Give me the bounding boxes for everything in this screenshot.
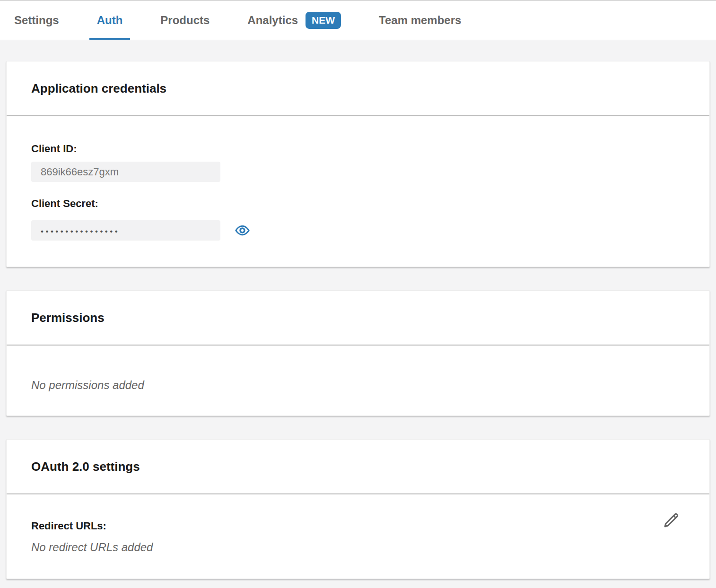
active-tab-underline: [89, 38, 131, 40]
client-secret-row: ••••••••••••••••: [31, 220, 685, 241]
pencil-icon: [661, 510, 681, 530]
application-credentials-card: Application credentials Client ID: 869ik…: [6, 61, 710, 267]
main-content: Application credentials Client ID: 869ik…: [0, 40, 716, 586]
oauth-settings-body: Redirect URLs: No redirect URLs added: [7, 494, 709, 579]
reveal-secret-button[interactable]: [235, 224, 250, 237]
permissions-header: Permissions: [7, 291, 709, 346]
tab-team-members-label: Team members: [379, 14, 461, 27]
eye-icon: [235, 224, 250, 237]
client-id-value[interactable]: 869ik66esz7gxm: [31, 162, 220, 182]
application-credentials-header: Application credentials: [7, 61, 709, 116]
oauth-settings-header: OAuth 2.0 settings: [7, 440, 709, 494]
oauth-settings-card: OAuth 2.0 settings Redirect URLs: No red…: [6, 439, 710, 579]
permissions-card: Permissions No permissions added: [6, 290, 710, 416]
new-badge: NEW: [306, 12, 341, 29]
tab-products[interactable]: Products: [153, 1, 217, 40]
tab-bar: Settings Auth Products Analytics NEW Tea…: [0, 0, 716, 40]
tab-products-label: Products: [160, 14, 210, 27]
oauth-settings-title: OAuth 2.0 settings: [31, 459, 140, 474]
client-id-text: 869ik66esz7gxm: [41, 166, 119, 178]
application-credentials-body: Client ID: 869ik66esz7gxm Client Secret:…: [7, 116, 709, 267]
permissions-body: No permissions added: [7, 346, 709, 415]
redirect-urls-empty-text: No redirect URLs added: [31, 541, 685, 554]
tab-team-members[interactable]: Team members: [371, 1, 469, 40]
tab-settings-label: Settings: [14, 14, 59, 27]
redirect-urls-label: Redirect URLs:: [31, 520, 685, 532]
client-secret-label: Client Secret:: [31, 198, 685, 210]
permissions-title: Permissions: [31, 311, 105, 325]
permissions-empty-text: No permissions added: [31, 379, 685, 392]
tab-settings[interactable]: Settings: [7, 1, 67, 40]
tab-auth-label: Auth: [97, 14, 123, 27]
application-credentials-title: Application credentials: [31, 81, 166, 96]
client-id-label: Client ID:: [31, 143, 685, 155]
client-secret-value[interactable]: ••••••••••••••••: [31, 220, 220, 241]
edit-redirect-urls-button[interactable]: [661, 510, 681, 530]
tab-analytics[interactable]: Analytics NEW: [240, 1, 349, 40]
tab-analytics-label: Analytics: [247, 14, 298, 27]
tab-auth[interactable]: Auth: [89, 1, 131, 40]
client-secret-masked-text: ••••••••••••••••: [41, 225, 120, 236]
